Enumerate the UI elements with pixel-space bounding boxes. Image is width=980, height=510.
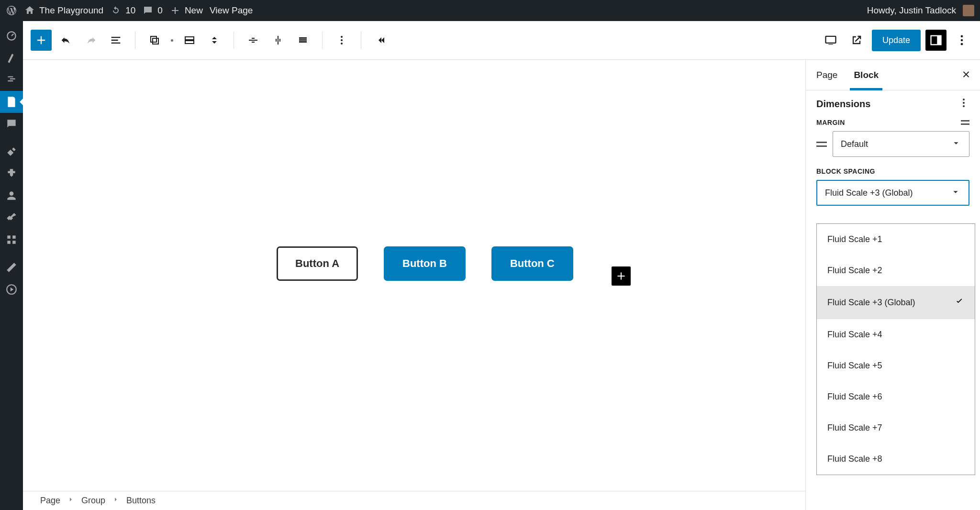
sidebar-item-pages[interactable] bbox=[0, 91, 23, 113]
tab-page[interactable]: Page bbox=[816, 60, 837, 90]
spacing-option[interactable]: Fluid Scale +2 bbox=[817, 255, 975, 286]
settings-sidebar-toggle[interactable] bbox=[925, 30, 947, 51]
spacing-option-label: Fluid Scale +4 bbox=[827, 330, 882, 340]
view-page-button[interactable] bbox=[846, 30, 867, 51]
canvas-button-a[interactable]: Button A bbox=[277, 246, 358, 281]
site-name[interactable]: The Playground bbox=[24, 5, 103, 16]
close-sidebar-button[interactable] bbox=[961, 69, 971, 81]
dot-separator bbox=[171, 39, 173, 42]
admin-sidebar bbox=[0, 21, 23, 510]
svg-rect-3 bbox=[7, 241, 10, 244]
margin-heading: MARGIN bbox=[816, 119, 969, 126]
block-spacing-heading: BLOCK SPACING bbox=[816, 167, 969, 175]
group-icon[interactable] bbox=[144, 30, 165, 51]
block-spacing-dropdown[interactable]: Fluid Scale +1Fluid Scale +2Fluid Scale … bbox=[816, 223, 975, 475]
avatar bbox=[963, 5, 974, 16]
sidebar-item-plugins[interactable] bbox=[0, 163, 23, 185]
editor-canvas[interactable]: Button A Button B Button C bbox=[23, 60, 805, 510]
unlink-sides-icon[interactable] bbox=[961, 119, 969, 126]
block-inserter-button[interactable] bbox=[31, 30, 52, 51]
wp-logo[interactable] bbox=[6, 5, 17, 16]
sidebar-item-settings[interactable] bbox=[0, 229, 23, 251]
panel-title-text: Dimensions bbox=[816, 99, 870, 110]
spacing-option[interactable]: Fluid Scale +7 bbox=[817, 412, 975, 443]
align-vertical-button[interactable] bbox=[267, 30, 289, 51]
chevron-down-icon bbox=[951, 138, 961, 151]
redo-button[interactable] bbox=[80, 30, 101, 51]
margin-select[interactable]: Default bbox=[833, 131, 969, 157]
editor: Update Button A Button B Button C Page B… bbox=[23, 21, 980, 510]
sidebar-item-dashboard[interactable] bbox=[0, 25, 23, 47]
separator bbox=[234, 32, 234, 49]
update-button[interactable]: Update bbox=[872, 30, 921, 51]
separator bbox=[322, 32, 323, 49]
canvas-button-b[interactable]: Button B bbox=[384, 246, 466, 281]
sidebar-item-edit[interactable] bbox=[0, 256, 23, 278]
greeting-text: Howdy, Justin Tadlock bbox=[867, 5, 956, 16]
admin-bar: The Playground 10 0 New View Page Howdy,… bbox=[0, 0, 980, 21]
spacing-option[interactable]: Fluid Scale +4 bbox=[817, 319, 975, 350]
panel-options-button[interactable] bbox=[958, 97, 969, 111]
svg-point-17 bbox=[961, 39, 963, 42]
spacing-option-label: Fluid Scale +8 bbox=[827, 454, 882, 464]
sidebar-item-posts[interactable] bbox=[0, 47, 23, 69]
breadcrumb-item[interactable]: Group bbox=[81, 496, 105, 506]
canvas-button-c[interactable]: Button C bbox=[491, 246, 573, 281]
inline-inserter-button[interactable] bbox=[612, 266, 631, 286]
block-spacing-select[interactable]: Fluid Scale +3 (Global) bbox=[816, 180, 969, 206]
spacing-option-label: Fluid Scale +2 bbox=[827, 266, 882, 276]
check-icon bbox=[955, 297, 964, 309]
svg-rect-6 bbox=[151, 36, 156, 42]
settings-sidebar: Page Block Dimensions MARGIN Default bbox=[805, 60, 980, 510]
account-menu[interactable]: Howdy, Justin Tadlock bbox=[867, 5, 974, 16]
margin-select-value: Default bbox=[841, 139, 868, 149]
sidebar-item-appearance[interactable] bbox=[0, 141, 23, 163]
new-link[interactable]: New bbox=[169, 5, 203, 16]
editor-header: Update bbox=[23, 21, 980, 60]
spacing-option-label: Fluid Scale +7 bbox=[827, 423, 882, 433]
svg-rect-8 bbox=[185, 37, 194, 40]
panel-title-dimensions: Dimensions bbox=[816, 97, 969, 111]
align-horizontal-button[interactable] bbox=[243, 30, 264, 51]
block-options-button[interactable] bbox=[331, 30, 352, 51]
tab-block[interactable]: Block bbox=[854, 60, 879, 90]
spacing-option[interactable]: Fluid Scale +1 bbox=[817, 224, 975, 255]
undo-button[interactable] bbox=[56, 30, 77, 51]
row-layout-button[interactable] bbox=[179, 30, 200, 51]
spacing-option[interactable]: Fluid Scale +6 bbox=[817, 381, 975, 412]
margin-sides-icon[interactable] bbox=[816, 142, 827, 147]
updates-link[interactable]: 10 bbox=[110, 5, 135, 16]
collapse-toolbar-button[interactable] bbox=[370, 30, 391, 51]
separator bbox=[135, 32, 135, 49]
svg-point-19 bbox=[963, 99, 965, 100]
sidebar-item-comments[interactable] bbox=[0, 113, 23, 135]
svg-rect-13 bbox=[825, 36, 835, 43]
buttons-block[interactable]: Button A Button B Button C bbox=[277, 246, 573, 281]
breadcrumb-item[interactable]: Page bbox=[40, 496, 60, 506]
sidebar-item-users[interactable] bbox=[0, 185, 23, 207]
spacing-option[interactable]: Fluid Scale +3 (Global) bbox=[817, 286, 975, 319]
document-overview-button[interactable] bbox=[105, 30, 126, 51]
spacing-option-label: Fluid Scale +5 bbox=[827, 361, 882, 371]
view-desktop-button[interactable] bbox=[820, 30, 841, 51]
sidebar-item-media[interactable] bbox=[0, 69, 23, 91]
new-label: New bbox=[185, 5, 203, 16]
align-full-button[interactable] bbox=[292, 30, 313, 51]
chevron-down-icon bbox=[950, 187, 961, 200]
view-page-link[interactable]: View Page bbox=[210, 5, 253, 16]
svg-point-12 bbox=[341, 43, 343, 44]
chevron-right-icon bbox=[67, 496, 75, 506]
editor-options-button[interactable] bbox=[951, 30, 972, 51]
breadcrumb: Page Group Buttons bbox=[23, 491, 805, 510]
comments-link[interactable]: 0 bbox=[142, 5, 163, 16]
svg-point-16 bbox=[961, 35, 963, 38]
spacing-option[interactable]: Fluid Scale +8 bbox=[817, 443, 975, 475]
spacing-option[interactable]: Fluid Scale +5 bbox=[817, 350, 975, 381]
sidebar-item-tools[interactable] bbox=[0, 207, 23, 229]
breadcrumb-item[interactable]: Buttons bbox=[126, 496, 156, 506]
svg-rect-1 bbox=[7, 235, 10, 239]
block-spacing-label: BLOCK SPACING bbox=[816, 167, 875, 175]
sidebar-item-collapse[interactable] bbox=[0, 278, 23, 300]
site-name-text: The Playground bbox=[39, 5, 103, 16]
move-handle[interactable] bbox=[204, 30, 225, 51]
